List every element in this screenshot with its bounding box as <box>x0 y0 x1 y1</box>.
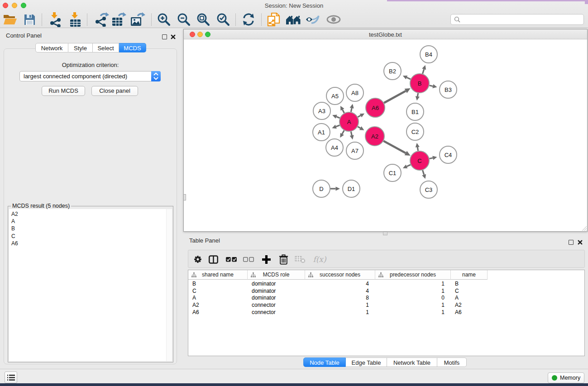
graph-edge[interactable] <box>383 141 406 153</box>
graph-edge[interactable] <box>417 93 418 96</box>
mcds-result-list[interactable]: A2ABCA6 <box>9 209 167 361</box>
graph-edge[interactable] <box>423 69 424 74</box>
table-cell[interactable]: A6 <box>192 309 248 316</box>
table-cell[interactable]: dominator <box>252 295 305 302</box>
table-cell[interactable]: 1 <box>375 288 445 295</box>
close-panel-button[interactable]: Close panel <box>91 86 138 96</box>
home-layout-button[interactable] <box>285 12 301 27</box>
table-cell[interactable]: 8 <box>305 295 369 302</box>
show-details-button[interactable] <box>325 12 342 27</box>
mcds-result-item[interactable]: C <box>11 233 167 240</box>
export-table-button[interactable] <box>110 12 127 27</box>
select-all-button[interactable] <box>225 250 238 268</box>
tab-network-table[interactable]: Network Table <box>387 357 437 367</box>
tab-style[interactable]: Style <box>68 43 93 52</box>
resize-grip-icon[interactable] <box>581 225 587 231</box>
graph-edge[interactable] <box>351 108 352 112</box>
table-cell[interactable]: A <box>192 295 248 302</box>
import-network-button[interactable] <box>47 12 63 27</box>
mcds-result-item[interactable]: A <box>11 218 167 225</box>
column-header-MCDS-role[interactable]: MCDS role <box>248 270 305 280</box>
tab-network[interactable]: Network <box>35 43 68 52</box>
function-builder-button[interactable]: f(x) <box>310 250 330 268</box>
table-settings-button[interactable] <box>191 250 205 268</box>
table-cell[interactable]: B <box>455 281 488 288</box>
graph-edge[interactable] <box>351 132 352 136</box>
table-cell[interactable]: A <box>455 295 488 302</box>
graph-edge[interactable] <box>342 130 344 134</box>
table-cell[interactable]: 1 <box>375 309 445 316</box>
delete-column-button[interactable] <box>277 250 290 268</box>
zoom-out-button[interactable] <box>176 12 192 27</box>
tab-node-table[interactable]: Node Table <box>303 357 346 367</box>
graph-edge[interactable] <box>423 170 424 175</box>
export-network-button[interactable] <box>93 12 110 27</box>
mcds-result-item[interactable]: A6 <box>11 240 167 247</box>
zoom-fit-button[interactable] <box>195 12 211 27</box>
graph-edge[interactable] <box>430 158 433 159</box>
result-scrollbar[interactable] <box>166 209 172 361</box>
column-header-predecessor-nodes[interactable]: predecessor nodes <box>375 270 451 280</box>
add-column-button[interactable] <box>259 250 273 268</box>
clone-network-button[interactable] <box>266 12 282 27</box>
zoom-selected-button[interactable] <box>215 12 231 27</box>
split-view-button[interactable] <box>206 250 220 268</box>
table-cell[interactable]: 1 <box>375 281 445 288</box>
import-table-button[interactable] <box>67 12 83 27</box>
table-cell[interactable]: 1 <box>305 302 369 309</box>
mcds-result-item[interactable]: A2 <box>11 210 167 218</box>
column-header-successor-nodes[interactable]: successor nodes <box>305 270 375 280</box>
graph-edge[interactable] <box>342 110 344 113</box>
table-cell[interactable]: 0 <box>375 295 445 302</box>
run-mcds-button[interactable]: Run MCDS <box>42 86 85 96</box>
search-input[interactable] <box>450 14 584 25</box>
memory-button[interactable]: Memory <box>548 372 584 383</box>
table-cell[interactable]: A2 <box>192 302 248 309</box>
table-cell[interactable]: A6 <box>455 309 488 316</box>
graph-edge[interactable] <box>336 117 340 118</box>
table-cell[interactable]: 1 <box>375 302 445 309</box>
graph-edge[interactable] <box>406 165 410 167</box>
table-cell[interactable]: 4 <box>305 281 369 288</box>
control-panel-float-button[interactable] <box>162 33 167 41</box>
mcds-result-item[interactable]: B <box>11 225 167 232</box>
table-panel-float-button[interactable] <box>569 238 574 247</box>
column-header-shared-name[interactable]: shared name <box>188 270 248 280</box>
tab-edge-table[interactable]: Edge Table <box>346 357 387 367</box>
table-cell[interactable]: connector <box>252 309 305 316</box>
birdseye-toggle[interactable] <box>184 194 186 200</box>
graph-edge[interactable] <box>336 125 339 127</box>
save-session-button[interactable] <box>21 12 38 27</box>
table-cell[interactable]: 1 <box>305 309 369 316</box>
table-panel-close-button[interactable] <box>578 238 583 247</box>
deselect-all-button[interactable] <box>242 250 255 268</box>
tab-mcds[interactable]: MCDS <box>119 43 146 52</box>
table-cell[interactable]: C <box>192 288 248 295</box>
graph-edge[interactable] <box>406 77 410 79</box>
optimization-criterion-select[interactable]: largest connected component (directed) <box>19 71 161 81</box>
hide-details-button[interactable] <box>305 12 321 27</box>
network-graph-canvas[interactable]: AA1A2A3A4A5A6A7A8BB1B2B3B4CC1C2C3C4DD1 <box>184 39 587 231</box>
table-cell[interactable]: 4 <box>305 288 369 295</box>
tab-select[interactable]: Select <box>93 43 119 52</box>
table-cell[interactable]: C <box>455 288 488 295</box>
refresh-view-button[interactable] <box>240 12 257 27</box>
network-window-titlebar[interactable]: testGlobe.txt <box>184 29 587 39</box>
delete-table-button[interactable] <box>293 250 307 268</box>
table-cell[interactable]: dominator <box>252 288 305 295</box>
graph-edge[interactable] <box>417 147 418 151</box>
table-cell[interactable]: A2 <box>455 302 488 309</box>
table-cell[interactable]: B <box>192 281 248 288</box>
graph-edge[interactable] <box>358 115 360 117</box>
graph-edge[interactable] <box>429 86 433 86</box>
task-history-button[interactable] <box>5 372 17 383</box>
control-panel-close-button[interactable] <box>171 33 176 41</box>
column-header-name[interactable]: name <box>451 270 488 280</box>
export-image-button[interactable] <box>129 12 146 27</box>
table-cell[interactable]: connector <box>252 302 305 309</box>
zoom-in-button[interactable] <box>156 12 172 27</box>
open-session-button[interactable] <box>2 12 18 27</box>
table-cell[interactable]: dominator <box>252 281 305 288</box>
splitter-handle[interactable] <box>383 232 387 235</box>
graph-edge[interactable] <box>358 127 360 128</box>
